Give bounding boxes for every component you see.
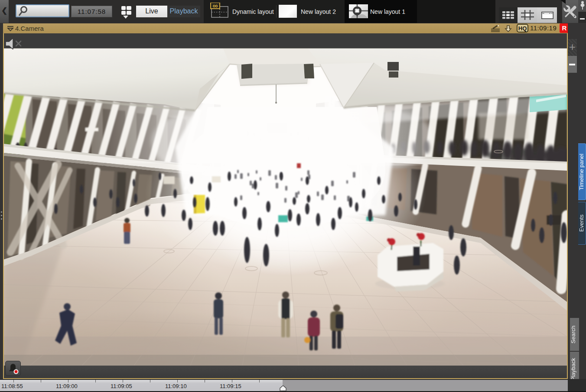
svg-text:∞: ∞ xyxy=(212,3,218,10)
